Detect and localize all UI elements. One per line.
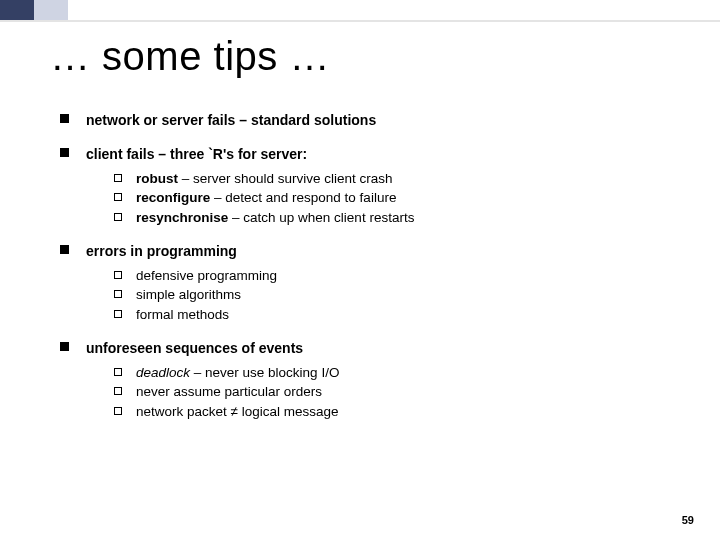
sub-item: defensive programming bbox=[114, 266, 660, 286]
bullet-item: errors in programming defensive programm… bbox=[60, 241, 660, 324]
sub-rest: formal methods bbox=[136, 307, 229, 322]
deco-light-square bbox=[34, 0, 68, 20]
sub-item: never assume particular orders bbox=[114, 382, 660, 402]
sub-rest: never assume particular orders bbox=[136, 384, 322, 399]
sub-rest: – server should survive client crash bbox=[178, 171, 393, 186]
sub-item: formal methods bbox=[114, 305, 660, 325]
sub-rest: network packet ≠ logical message bbox=[136, 404, 339, 419]
sub-rest: – detect and respond to failure bbox=[210, 190, 396, 205]
slide-number: 59 bbox=[682, 514, 694, 526]
bullet-item: client fails – three `R's for server: ro… bbox=[60, 144, 660, 227]
sub-item: resynchronise – catch up when client res… bbox=[114, 208, 660, 228]
sub-item: reconfigure – detect and respond to fail… bbox=[114, 188, 660, 208]
sub-item: deadlock – never use blocking I/O bbox=[114, 363, 660, 383]
sub-bold: reconfigure bbox=[136, 190, 210, 205]
deco-dark-square bbox=[0, 0, 34, 20]
sub-bold: robust bbox=[136, 171, 178, 186]
bullet-text: errors in programming bbox=[86, 243, 237, 259]
sub-italic: deadlock bbox=[136, 365, 190, 380]
deco-underline bbox=[0, 20, 720, 22]
bullet-text: unforeseen sequences of events bbox=[86, 340, 303, 356]
sub-rest: – catch up when client restarts bbox=[228, 210, 414, 225]
slide-body: network or server fails – standard solut… bbox=[60, 110, 660, 435]
bullet-text: network or server fails – standard solut… bbox=[86, 112, 376, 128]
sub-item: robust – server should survive client cr… bbox=[114, 169, 660, 189]
sub-rest: – never use blocking I/O bbox=[190, 365, 339, 380]
sub-item: simple algorithms bbox=[114, 285, 660, 305]
sub-rest: simple algorithms bbox=[136, 287, 241, 302]
sub-item: network packet ≠ logical message bbox=[114, 402, 660, 422]
bullet-text: client fails – three `R's for server: bbox=[86, 146, 307, 162]
bullet-item: unforeseen sequences of events deadlock … bbox=[60, 338, 660, 421]
bullet-item: network or server fails – standard solut… bbox=[60, 110, 660, 130]
sub-rest: defensive programming bbox=[136, 268, 277, 283]
slide-title: … some tips … bbox=[50, 34, 330, 79]
sub-bold: resynchronise bbox=[136, 210, 228, 225]
